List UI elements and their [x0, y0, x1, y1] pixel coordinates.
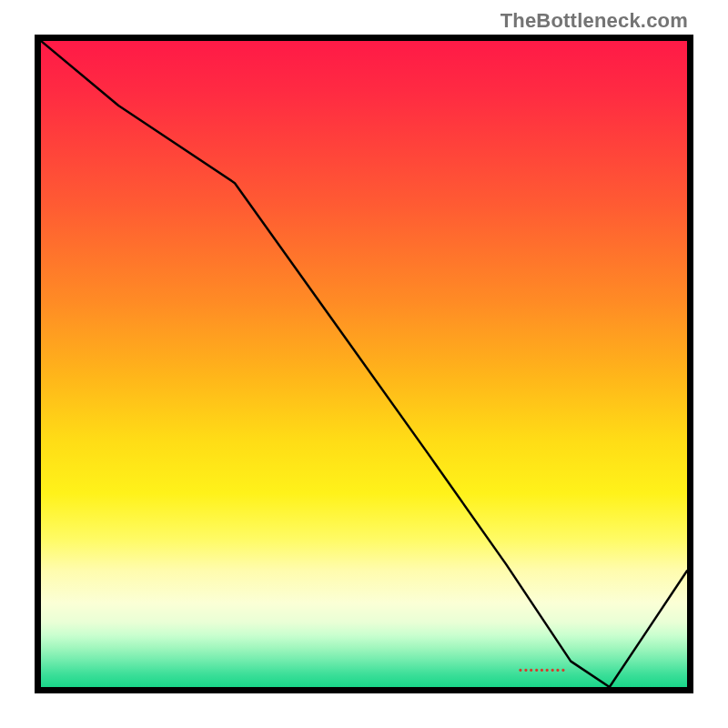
trough-annotation: •••••••••	[519, 664, 567, 675]
background-gradient	[41, 41, 687, 687]
chart-stage: TheBottleneck.com •••••••••	[0, 0, 728, 728]
plot-area: •••••••••	[35, 35, 693, 693]
watermark-text: TheBottleneck.com	[500, 9, 688, 33]
